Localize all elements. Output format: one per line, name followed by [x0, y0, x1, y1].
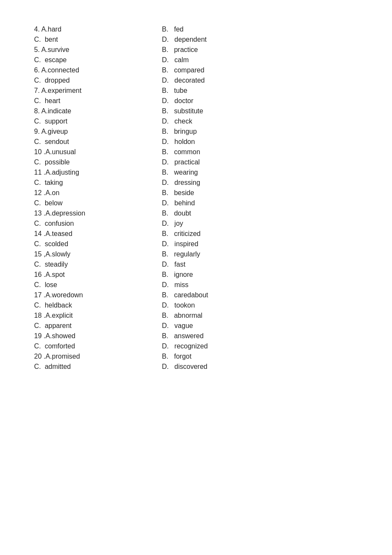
label-d-6: D.	[162, 138, 174, 145]
label-c-17: C.	[34, 363, 45, 370]
label-c-15: C.	[34, 322, 45, 329]
label-c-14: C.	[34, 302, 45, 309]
label-d-9: D.	[162, 199, 174, 207]
label-b-2: B.	[162, 46, 174, 53]
question-row-ab-16: 19 .A.showedB. answered	[34, 332, 358, 340]
label-d-15: D.	[162, 322, 174, 329]
label-d-17: D.	[162, 363, 174, 370]
question-group-2: 5. A.surviveB. practiceC. escapeD. calm	[34, 46, 358, 64]
option-a-15: 18 .A.explicit	[34, 312, 162, 319]
option-a-5: 8. A.indicate	[34, 107, 162, 115]
option-c-8: C. taking	[34, 179, 162, 187]
question-number-2: 5. A.survive	[34, 46, 69, 53]
label-c-6: C.	[34, 138, 45, 145]
option-a-2: 5. A.survive	[34, 46, 162, 54]
label-b-14: B.	[162, 291, 174, 299]
question-number-5: 8. A.indicate	[34, 107, 71, 115]
label-d-14: D.	[162, 302, 174, 309]
question-row-cd-4: C. heartD. doctor	[34, 97, 358, 105]
label-c-4: C.	[34, 97, 45, 104]
label-c-10: C.	[34, 220, 45, 227]
question-group-6: 9. A.giveupB. bringupC. sendoutD. holdon	[34, 128, 358, 146]
question-group-15: 18 .A.explicitB. abnormalC. apparentD. v…	[34, 312, 358, 330]
option-a-7: 10 .A.unusual	[34, 148, 162, 156]
option-c-13: C. lose	[34, 281, 162, 289]
option-d-15: D. vague	[162, 322, 290, 330]
option-a-4: 7. A.experiment	[34, 87, 162, 95]
option-b-16: B. answered	[162, 332, 290, 340]
label-d-10: D.	[162, 220, 174, 227]
question-row-cd-16: C. comfortedD. recognized	[34, 342, 358, 350]
question-row-cd-6: C. sendoutD. holdon	[34, 138, 358, 146]
option-b-4: B. tube	[162, 87, 290, 95]
option-b-15: B. abnormal	[162, 312, 290, 319]
option-c-6: C. sendout	[34, 138, 162, 146]
option-b-13: B. ignore	[162, 271, 290, 279]
label-d-3: D.	[162, 77, 174, 84]
option-d-4: D. doctor	[162, 97, 290, 105]
question-number-4: 7. A.experiment	[34, 87, 81, 94]
label-d-8: D.	[162, 179, 174, 186]
option-c-14: C. heldback	[34, 302, 162, 309]
option-d-6: D. holdon	[162, 138, 290, 146]
question-row-cd-12: C. steadilyD. fast	[34, 261, 358, 268]
option-b-3: B. compared	[162, 66, 290, 74]
option-b-6: B. bringup	[162, 128, 290, 135]
question-row-ab-17: 20 .A.promisedB. forgot	[34, 353, 358, 360]
question-number-6: 9. A.giveup	[34, 128, 68, 135]
option-b-9: B. beside	[162, 189, 290, 197]
question-group-7: 10 .A.unusualB. commonC. possibleD. prac…	[34, 148, 358, 166]
option-c-7: C. possible	[34, 158, 162, 166]
option-d-13: D. miss	[162, 281, 290, 289]
option-a-3: 6. A.connected	[34, 66, 162, 74]
question-number-9: 12 .A.on	[34, 189, 60, 196]
question-number-1: 4. A.hard	[34, 26, 61, 33]
option-c-12: C. steadily	[34, 261, 162, 268]
label-d-11: D.	[162, 240, 174, 247]
option-d-10: D. joy	[162, 220, 290, 227]
label-b-17: B.	[162, 353, 174, 360]
label-d-7: D.	[162, 158, 174, 166]
label-c-16: C.	[34, 342, 45, 350]
option-c-16: C. comforted	[34, 342, 162, 350]
option-b-8: B. wearing	[162, 169, 290, 176]
question-group-4: 7. A.experimentB. tubeC. heartD. doctor	[34, 87, 358, 105]
question-row-ab-14: 17 .A.woredownB. caredabout	[34, 291, 358, 299]
question-row-cd-11: C. scoldedD. inspired	[34, 240, 358, 248]
option-a-1: 4. A.hard	[34, 26, 162, 33]
option-c-15: C. apparent	[34, 322, 162, 330]
label-c-13: C.	[34, 281, 45, 288]
question-group-3: 6. A.connectedB. comparedC. droppedD. de…	[34, 66, 358, 84]
question-group-13: 16 .A.spotB. ignoreC. loseD. miss	[34, 271, 358, 289]
option-a-11: 14 .A.teased	[34, 230, 162, 238]
question-row-ab-4: 7. A.experimentB. tube	[34, 87, 358, 95]
option-b-5: B. substitute	[162, 107, 290, 115]
option-d-3: D. decorated	[162, 77, 290, 84]
question-group-12: 15 ,A.slowlyB. regularlyC. steadilyD. fa…	[34, 250, 358, 268]
question-row-cd-1: C. bentD. dependent	[34, 36, 358, 43]
label-b-4: B.	[162, 87, 174, 94]
question-row-cd-7: C. possibleD. practical	[34, 158, 358, 166]
question-row-ab-3: 6. A.connectedB. compared	[34, 66, 358, 74]
option-a-12: 15 ,A.slowly	[34, 250, 162, 258]
option-d-7: D. practical	[162, 158, 290, 166]
question-group-16: 19 .A.showedB. answeredC. comfortedD. re…	[34, 332, 358, 350]
label-c-7: C.	[34, 158, 45, 166]
label-b-5: B.	[162, 107, 174, 115]
question-row-ab-12: 15 ,A.slowlyB. regularly	[34, 250, 358, 258]
label-b-16: B.	[162, 332, 174, 339]
question-row-ab-7: 10 .A.unusualB. common	[34, 148, 358, 156]
option-b-14: B. caredabout	[162, 291, 290, 299]
option-b-1: B. fed	[162, 26, 290, 33]
option-a-6: 9. A.giveup	[34, 128, 162, 135]
label-d-4: D.	[162, 97, 174, 104]
option-d-2: D. calm	[162, 56, 290, 64]
option-b-2: B. practice	[162, 46, 290, 54]
question-number-15: 18 .A.explicit	[34, 312, 73, 319]
question-group-9: 12 .A.onB. besideC. belowD. behind	[34, 189, 358, 207]
option-d-11: D. inspired	[162, 240, 290, 248]
label-c-11: C.	[34, 240, 45, 247]
label-c-8: C.	[34, 179, 45, 186]
option-b-7: B. common	[162, 148, 290, 156]
question-row-cd-17: C. admittedD. discovered	[34, 363, 358, 371]
